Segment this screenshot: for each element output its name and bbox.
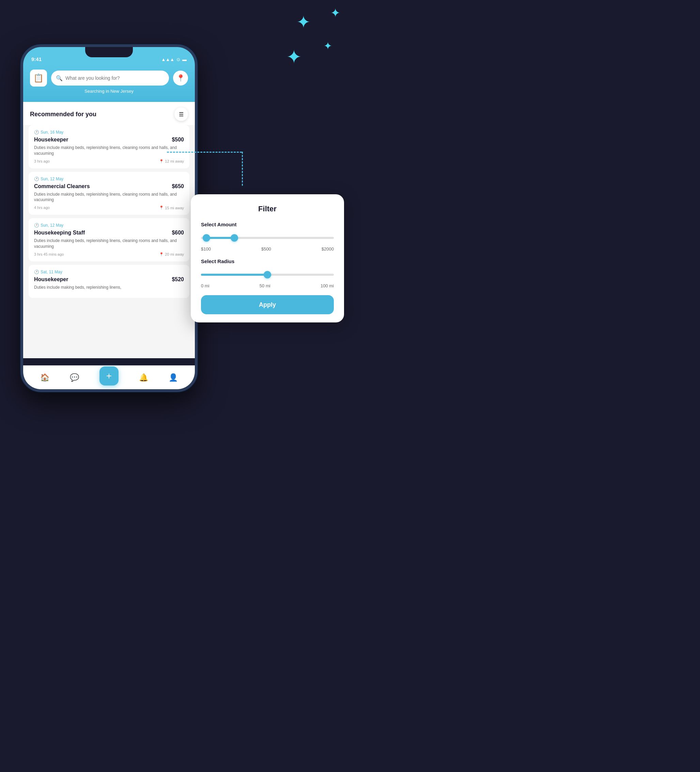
status-icons: ▲▲▲ ⊙ ▬ (161, 57, 187, 62)
job-date-2: 🕐 Sun, 12 May (34, 177, 184, 182)
job-card-3[interactable]: 🕐 Sun, 12 May Housekeeping Staff $600 Du… (29, 218, 189, 262)
add-icon: + (106, 371, 112, 381)
clock-icon-4: 🕐 (34, 270, 39, 275)
filter-panel: Filter Select Amount $100 $500 $2000 Sel… (191, 194, 344, 322)
section-title: Recommended for you (30, 111, 96, 118)
job-meta-2: 4 hrs ago 📍 15 mi away (34, 206, 184, 210)
status-time: 9:41 (31, 56, 42, 62)
amount-thumb-left[interactable] (203, 234, 210, 242)
radius-min-label: 0 mi (201, 283, 209, 288)
signal-icon: ▲▲▲ (161, 57, 175, 62)
nav-profile[interactable]: 👤 (169, 373, 178, 382)
home-icon: 🏠 (40, 373, 49, 382)
location-icon: 📍 (176, 74, 185, 82)
job-meta-3: 3 hrs 45 mins ago 📍 20 mi away (34, 252, 184, 257)
sparkle-3: ✦ (286, 48, 302, 67)
job-posted-3: 3 hrs 45 mins ago (34, 252, 64, 257)
job-date-1: 🕐 Sun, 16 May (34, 130, 184, 135)
app-logo: 📋 (30, 70, 47, 87)
job-location-2: 📍 15 mi away (159, 206, 184, 210)
job-price-4: $520 (172, 276, 184, 283)
sparkle-1: ✦ (296, 14, 311, 31)
job-price-1: $500 (172, 137, 184, 143)
amount-slider-labels: $100 $500 $2000 (201, 247, 334, 252)
radius-slider-wrapper (201, 270, 334, 280)
job-location-1: 📍 12 mi away (159, 159, 184, 164)
amount-min-label: $100 (201, 247, 211, 252)
connector-horizontal (167, 152, 242, 153)
radius-slider-labels: 0 mi 50 mi 100 mi (201, 283, 334, 288)
amount-slider-wrapper (201, 233, 334, 243)
connector-vertical (242, 152, 243, 186)
wifi-icon: ⊙ (176, 57, 180, 62)
bottom-nav: 🏠 💬 + 🔔 👤 (23, 365, 195, 389)
clock-icon-1: 🕐 (34, 130, 39, 135)
radius-thumb[interactable] (264, 271, 271, 278)
filter-icon: ☰ (179, 111, 184, 118)
apply-button[interactable]: Apply (201, 295, 334, 314)
app-header: 📋 🔍 📍 Searching in New Jersey (23, 65, 195, 102)
search-icon: 🔍 (56, 75, 63, 82)
loc-icon-2: 📍 (159, 206, 164, 210)
job-posted-1: 3 hrs ago (34, 159, 50, 164)
phone-frame: 9:41 ▲▲▲ ⊙ ▬ 📋 🔍 📍 Searching (20, 44, 197, 392)
nav-home[interactable]: 🏠 (40, 373, 49, 382)
section-header: Recommended for you ☰ (23, 102, 195, 125)
job-desc-2: Duties include making beds, replenishing… (34, 191, 184, 203)
job-desc-1: Duties include making beds, replenishing… (34, 145, 184, 157)
jobs-list: 🕐 Sun, 16 May Housekeeper $500 Duties in… (23, 125, 195, 298)
location-button[interactable]: 📍 (173, 70, 188, 85)
job-card-1[interactable]: 🕐 Sun, 16 May Housekeeper $500 Duties in… (29, 125, 189, 168)
search-input[interactable] (65, 75, 164, 81)
radius-fill (201, 274, 268, 276)
amount-mid-label: $500 (261, 247, 271, 252)
amount-max-label: $2000 (321, 247, 334, 252)
radius-max-label: 100 mi (321, 283, 334, 288)
bell-icon: 🔔 (139, 373, 148, 382)
job-location-3: 📍 20 mi away (159, 252, 184, 257)
clock-icon-2: 🕐 (34, 177, 39, 182)
job-card-2[interactable]: 🕐 Sun, 12 May Commercial Cleaners $650 D… (29, 172, 189, 215)
search-bar[interactable]: 🔍 (51, 70, 169, 85)
job-title-4: Housekeeper (34, 276, 69, 283)
amount-thumb-right[interactable] (231, 234, 238, 242)
battery-icon: ▬ (182, 57, 187, 62)
job-desc-4: Duties include making beds, replenishing… (34, 285, 184, 290)
job-title-3: Housekeeping Staff (34, 230, 85, 236)
amount-label: Select Amount (201, 222, 334, 227)
loc-icon-3: 📍 (159, 252, 164, 257)
job-posted-2: 4 hrs ago (34, 206, 50, 210)
content-area: Recommended for you ☰ 🕐 Sun, 16 May Hous… (23, 102, 195, 358)
radius-mid-label: 50 mi (259, 283, 271, 288)
job-date-3: 🕐 Sun, 12 May (34, 223, 184, 228)
filter-title: Filter (201, 204, 334, 213)
job-date-4: 🕐 Sat, 11 May (34, 270, 184, 275)
fab-add-button[interactable]: + (100, 366, 119, 386)
nav-chat[interactable]: 💬 (70, 373, 79, 382)
job-card-4[interactable]: 🕐 Sat, 11 May Housekeeper $520 Duties in… (29, 265, 189, 298)
logo-icon: 📋 (33, 73, 44, 83)
job-price-3: $600 (172, 230, 184, 236)
loc-icon-1: 📍 (159, 159, 164, 164)
sparkle-2: ✦ (330, 7, 340, 19)
job-title-1: Housekeeper (34, 137, 69, 143)
job-meta-1: 3 hrs ago 📍 12 mi away (34, 159, 184, 164)
phone-notch (85, 47, 133, 57)
search-location-text: Searching in New Jersey (30, 88, 188, 95)
job-title-2: Commercial Cleaners (34, 183, 90, 190)
filter-button[interactable]: ☰ (175, 107, 188, 121)
nav-notifications[interactable]: 🔔 (139, 373, 148, 382)
profile-icon: 👤 (169, 373, 178, 382)
sparkle-4: ✦ (324, 41, 332, 51)
job-desc-3: Duties include making beds, replenishing… (34, 238, 184, 250)
chat-icon: 💬 (70, 373, 79, 382)
job-price-2: $650 (172, 183, 184, 190)
radius-label: Select Radius (201, 258, 334, 264)
clock-icon-3: 🕐 (34, 223, 39, 228)
